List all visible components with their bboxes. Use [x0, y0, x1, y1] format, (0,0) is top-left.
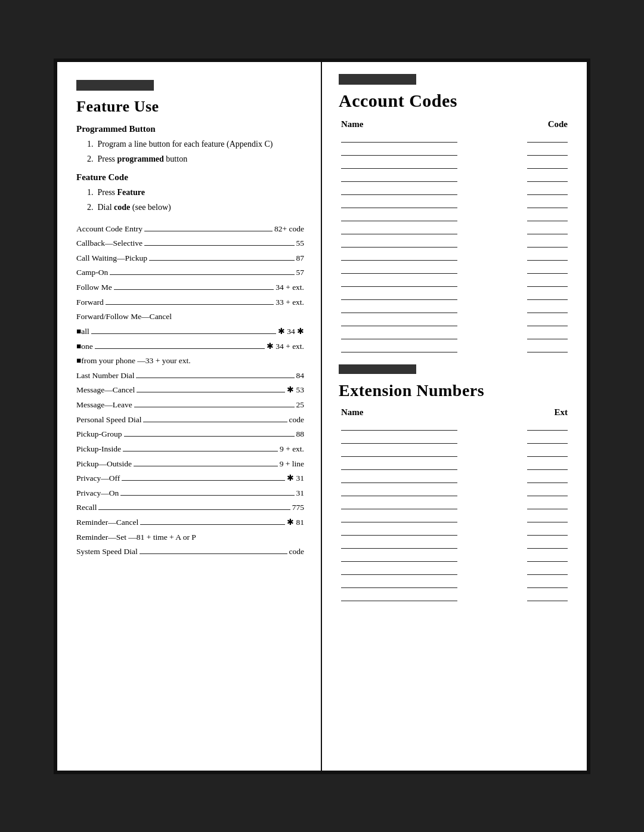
table-row	[339, 264, 570, 274]
left-column: Feature Use Programmed Button 1. Program…	[57, 62, 322, 771]
feature-code-item-2: 2. Dial code (see below)	[87, 201, 304, 214]
feature-row: System Speed Dial code	[76, 545, 304, 559]
table-row	[339, 304, 570, 313]
feature-use-title: Feature Use	[76, 98, 304, 116]
feature-row: Pickup—Outside9 + line	[76, 457, 304, 471]
ext-table-row	[339, 565, 570, 575]
feature-row: Last Number Dial 84	[76, 369, 304, 383]
table-row	[339, 146, 570, 156]
table-row	[339, 317, 570, 326]
feature-row: Account Code Entry 82+ code	[76, 222, 304, 236]
feature-row: Recall 775	[76, 500, 304, 515]
feature-list: Account Code Entry 82+ codeCallback—Sele…	[76, 222, 304, 559]
programmed-button-title: Programmed Button	[76, 124, 304, 134]
feature-row: Callback—Selective 55	[76, 236, 304, 250]
ext-table-row	[339, 552, 570, 562]
table-row	[339, 238, 570, 248]
ext-table-row	[339, 592, 570, 601]
ext-table-row	[339, 460, 570, 470]
ext-table-row	[339, 421, 570, 431]
ext-table-row	[339, 579, 570, 588]
table-row	[339, 290, 570, 300]
ext-table-row	[339, 526, 570, 536]
ext-table-row	[339, 474, 570, 483]
feature-row: Reminder—Set —81 + time + A or P	[76, 530, 304, 545]
feature-row: Reminder—Cancel ✱ 81	[76, 515, 304, 530]
table-row	[339, 343, 570, 352]
feature-row: Message—Leave 25	[76, 398, 304, 412]
ext-table-row	[339, 487, 570, 496]
top-bar-left	[76, 80, 154, 91]
ext-table-header: Name Ext	[339, 407, 570, 417]
prog-btn-item-2: 2. Press programmed button	[87, 153, 304, 165]
top-bar-right	[339, 74, 416, 85]
table-row	[339, 199, 570, 208]
feature-row: Follow Me 34 + ext.	[76, 280, 304, 295]
page: Feature Use Programmed Button 1. Program…	[54, 58, 590, 774]
feature-row: Call Waiting—Pickup 87	[76, 251, 304, 265]
table-row	[339, 185, 570, 195]
table-row	[339, 225, 570, 234]
ext-table-rows	[339, 421, 570, 605]
feature-code-item-1: 1. Press Feature	[87, 186, 304, 199]
feature-row: Forward 33 + ext.	[76, 295, 304, 310]
extension-numbers-title: Extension Numbers	[339, 381, 570, 400]
feature-row: Privacy—On 31	[76, 486, 304, 500]
feature-code-title: Feature Code	[76, 172, 304, 183]
name-header: Name	[341, 119, 364, 129]
feature-row: ■one ✱ 34 + ext.	[76, 339, 304, 354]
table-row	[339, 133, 570, 143]
feature-row: ■from your phone — 33 + your ext.	[76, 354, 304, 368]
feature-row: Privacy—Off ✱ 31	[76, 471, 304, 485]
ext-table-row	[339, 434, 570, 444]
table-row	[339, 159, 570, 169]
ext-table-row	[339, 500, 570, 509]
table-row	[339, 212, 570, 221]
account-table-header: Name Code	[339, 119, 570, 129]
account-codes-title: Account Codes	[339, 91, 570, 111]
table-row	[339, 172, 570, 182]
table-row	[339, 277, 570, 287]
feature-row: Pickup-Inside 9 + ext.	[76, 442, 304, 456]
account-table-rows	[339, 133, 570, 356]
ext-table-row	[339, 513, 570, 522]
table-row	[339, 251, 570, 261]
feature-row: Pickup-Group 88	[76, 427, 304, 441]
divider-bar	[339, 364, 416, 374]
feature-row: Personal Speed Dial code	[76, 413, 304, 427]
ext-table-row	[339, 447, 570, 457]
prog-btn-item-1: 1. Program a line button for each featur…	[87, 138, 304, 150]
right-column: Account Codes Name Code Extension Number…	[322, 62, 587, 771]
ext-name-header: Name	[341, 407, 364, 417]
feature-row: Message—Cancel ✱ 53	[76, 383, 304, 397]
feature-row: ■all ✱ 34 ✱	[76, 324, 304, 339]
code-header: Code	[548, 119, 568, 129]
ext-table-row	[339, 539, 570, 549]
table-row	[339, 330, 570, 339]
feature-row: Forward/Follow Me—Cancel	[76, 310, 304, 324]
feature-row: Camp-On 57	[76, 265, 304, 280]
ext-header: Ext	[555, 407, 568, 417]
